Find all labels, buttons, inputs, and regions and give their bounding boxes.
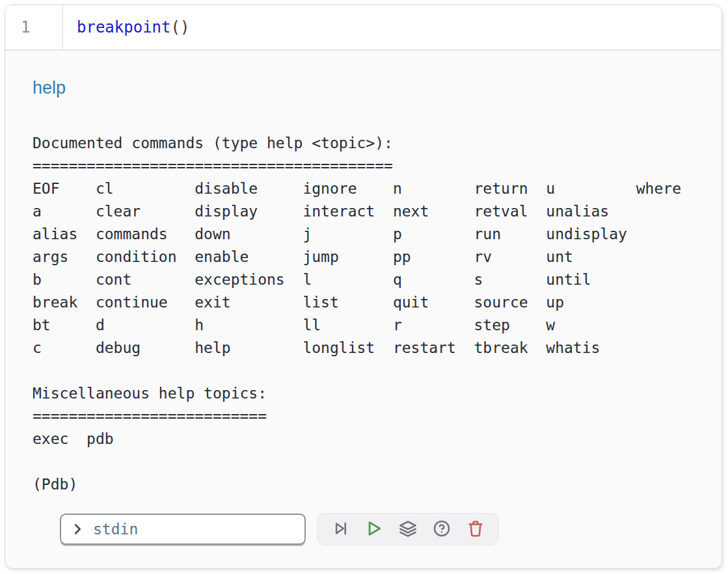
- help-button[interactable]: [425, 515, 459, 543]
- code-editor-row[interactable]: 1 breakpoint(): [5, 5, 721, 51]
- debugger-panel: 1 breakpoint() help Documented commands …: [5, 5, 722, 569]
- chevron-right-icon: [70, 522, 85, 536]
- stack-button[interactable]: [391, 515, 425, 543]
- line-number-gutter: 1: [5, 5, 63, 49]
- console-controls: stdin: [60, 513, 695, 545]
- skip-next-icon: [331, 519, 349, 540]
- debug-button-bar: [317, 513, 499, 545]
- code-line[interactable]: breakpoint(): [63, 5, 189, 49]
- play-icon: [364, 519, 384, 540]
- trash-icon: [466, 519, 485, 540]
- help-circle-icon: [433, 519, 451, 540]
- command-echo: help: [33, 78, 695, 98]
- run-button[interactable]: [357, 515, 391, 543]
- line-number: 1: [21, 18, 30, 36]
- delete-button[interactable]: [459, 515, 492, 543]
- code-token-function: breakpoint: [77, 18, 171, 36]
- code-token-parens: (): [171, 18, 190, 36]
- pdb-help-output: Documented commands (type help <topic>):…: [33, 132, 695, 496]
- layers-icon: [399, 519, 417, 540]
- stdin-placeholder: stdin: [93, 521, 138, 538]
- step-button[interactable]: [323, 515, 357, 543]
- console-output: help Documented commands (type help <top…: [5, 51, 721, 545]
- stdin-input[interactable]: stdin: [60, 514, 306, 545]
